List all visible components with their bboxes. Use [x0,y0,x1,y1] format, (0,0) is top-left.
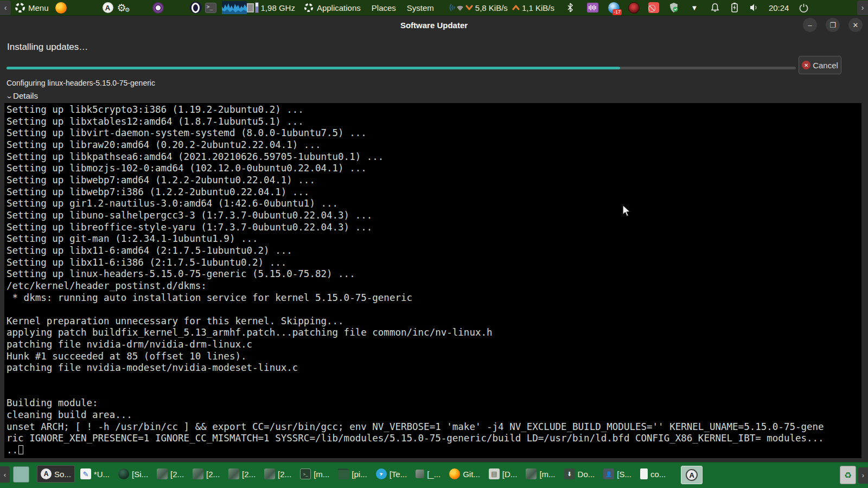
task-button[interactable]: [2... [154,465,187,483]
audio-applet-icon[interactable] [587,3,598,12]
task-label: [2... [242,470,256,479]
task-button[interactable]: [Si... [115,465,151,483]
task-label: So... [54,470,71,479]
applications-menu-icon[interactable] [303,2,315,14]
task-button[interactable]: [m... [522,465,558,483]
task-label: [2... [170,470,184,479]
task-button[interactable]: [pi... [335,465,370,483]
messenger-icon[interactable]: -17 [608,2,620,14]
minimize-button[interactable]: – [803,18,817,32]
cpu-graph-icon[interactable] [222,2,247,14]
menu-applications[interactable]: Applications [317,3,361,12]
task-button[interactable]: Do... [561,465,598,483]
mouse-cursor-icon [622,204,632,219]
volume-icon[interactable] [748,2,760,14]
task-button[interactable]: [S... [600,465,635,483]
upload-arrow-icon [510,2,522,14]
task-icon [603,468,614,479]
net-down-label: 5,8 KiB/s [475,3,508,12]
task-icon [416,470,424,478]
task-icon [80,468,91,479]
task-icon [41,468,52,479]
task-label: Do... [578,470,595,479]
download-arrow-icon [463,2,475,14]
close-button[interactable]: ✕ [848,18,863,32]
menu-system[interactable]: System [407,3,434,12]
titlebar[interactable]: Software Updater – ❐ ✕ [0,16,868,34]
task-icon [193,468,203,479]
terminal-cursor [18,445,23,454]
power-icon[interactable] [797,2,809,14]
task-icon [338,468,349,479]
show-desktop-button[interactable] [13,466,29,483]
trash-applet-icon[interactable]: ♻ [840,466,856,484]
window-title: Software Updater [0,21,868,30]
task-icon [228,468,239,479]
taskbar-scroll-left-icon[interactable]: ‹ [0,466,10,483]
mate-menu-icon[interactable] [14,2,26,14]
clock-label[interactable]: 20:24 [769,3,789,12]
status-label: Installing updates… [7,42,88,53]
task-label: *U... [94,470,110,479]
maximize-button[interactable]: ❐ [826,18,840,32]
settings-gears-icon[interactable]: ⚙⚙ [118,2,130,14]
progress-bar [7,67,796,69]
task-button[interactable]: Git... [446,465,483,483]
battery-icon[interactable] [729,2,741,14]
recorder-icon[interactable] [628,2,640,14]
task-label: [2... [206,470,220,479]
task-label: Git... [463,470,480,479]
task-button[interactable]: [D... [486,465,521,483]
terminal-output[interactable]: Setting up libk5crypto3:i386 (1.19.2-2ub… [4,103,861,458]
task-list: So... *U... [Si... [2... [2... [2... [2.… [37,465,669,483]
circled-a-icon: A [686,469,698,481]
notification-bell-icon[interactable] [709,2,721,14]
firefox-icon[interactable] [55,2,67,14]
menu-places[interactable]: Places [372,3,396,12]
progress-fill [7,67,620,69]
cpu-freq-icon[interactable] [247,2,259,14]
task-button[interactable]: [m... [297,465,333,483]
task-icon [489,468,500,479]
terminal-launcher-icon[interactable]: >_ [205,3,216,13]
net-up-label: 1,1 KiB/s [522,3,554,12]
tor-browser-icon[interactable] [152,2,164,14]
task-label: [Si... [132,470,148,479]
search-icon[interactable]: A [103,2,113,13]
software-updater-window: Installing updates… ✕ Cancel Configuring… [0,34,868,462]
task-button[interactable]: co... [637,465,669,483]
tray-app-button[interactable]: A [681,466,703,484]
menu-label[interactable]: Menu [28,3,49,12]
panel-scroll-left-icon[interactable]: ‹ [0,1,11,15]
network-signal-icon[interactable] [447,2,463,14]
task-icon [640,468,648,479]
task-button[interactable]: [Te... [373,465,411,483]
panel-scroll-right-icon[interactable]: › [857,1,868,15]
task-button[interactable]: [2... [189,465,223,483]
taskbar-scroll-right-icon[interactable]: › [858,467,868,484]
task-button[interactable]: *U... [77,465,113,483]
task-label: [pi... [352,470,367,479]
task-button[interactable]: So... [37,465,75,483]
blocked-status-icon[interactable] [648,2,659,13]
terminal-text: Setting up libk5crypto3:i386 (1.19.2-2ub… [7,104,824,455]
cpu-freq-label: 1,98 GHz [261,3,295,12]
task-button[interactable]: [2... [225,465,259,483]
taskbar: ‹ So... *U... [Si... [2... [2... [2... [0,462,868,488]
details-expander[interactable]: ⌄ Details [7,91,38,100]
bluetooth-icon[interactable] [564,2,576,14]
dropdown-triangle-icon[interactable]: ▼ [688,2,700,14]
cancel-button[interactable]: ✕ Cancel [799,56,841,74]
details-label: Details [13,91,38,100]
shield-check-icon[interactable] [668,2,680,14]
opera-icon[interactable] [190,2,202,14]
task-label: [m... [539,470,555,479]
task-label: [m... [314,470,329,479]
current-action-label: Configuring linux-headers-5.15.0-75-gene… [7,79,155,87]
task-button[interactable]: [_... [412,465,444,483]
task-icon [264,468,275,479]
chevron-down-icon: ⌄ [5,92,13,100]
task-icon [157,468,168,479]
task-label: co... [650,470,666,479]
task-button[interactable]: [2... [261,465,295,483]
